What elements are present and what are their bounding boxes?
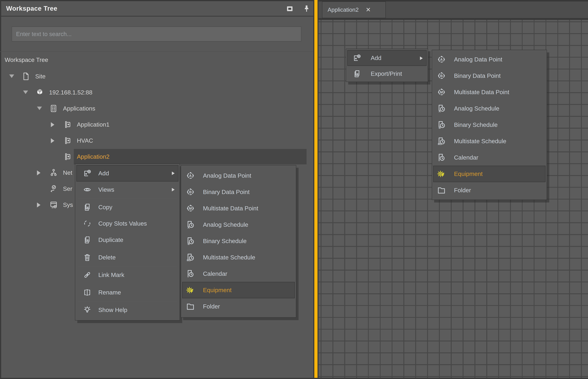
export-print-icon [353,69,361,78]
submenu-arrow-icon [172,172,175,175]
analog-schedule-icon [437,104,446,113]
submenu-item-equipment[interactable]: Equipment [433,166,545,182]
submenu-item-multistate-data-point[interactable]: Multistate Data Point [182,200,295,217]
submenu-item-analog-data-point[interactable]: Analog Data Point [433,51,545,68]
tree-row-site[interactable]: Site [1,68,314,84]
submenu-item-analog-schedule[interactable]: Analog Schedule [433,100,545,117]
menu-separator [78,284,177,284]
site-document-icon [21,72,30,81]
submenu-item-binary-schedule[interactable]: Binary Schedule [182,233,295,249]
menu-item-label: Delete [98,249,116,266]
tree-row-applications[interactable]: Applications [1,100,314,116]
menu-item-label: Duplicate [98,232,123,248]
copy-slots-values-icon [83,219,92,228]
lightbulb-icon [83,306,92,314]
panel-title: Workspace Tree [6,1,57,16]
submenu-item-folder[interactable]: Folder [182,298,295,315]
tab-application2[interactable]: Application2 ✕ [322,1,386,18]
submenu-item-calendar[interactable]: Calendar [182,266,295,282]
tree-item-label: 192.168.1.52:88 [49,84,92,100]
submenu-item-label: Folder [454,182,471,198]
submenu-item-label: Multistate Schedule [454,133,506,149]
expander-expanded-icon[interactable] [37,107,42,110]
duplicate-icon [83,236,92,244]
submenu-item-label: Binary Data Point [454,68,501,84]
submenu-item-label: Analog Schedule [203,217,248,233]
tree-row-hvac[interactable]: HVAC [1,133,314,149]
submenu-item-binary-schedule[interactable]: Binary Schedule [433,117,545,133]
menu-item-copy[interactable]: Copy [76,199,178,215]
rename-icon [83,288,92,297]
binary-data-point-icon [437,71,446,80]
menu-item-add[interactable]: Add [76,165,178,181]
expander-collapsed-icon[interactable] [51,122,54,127]
folder-icon [186,302,195,311]
submenu-item-analog-data-point[interactable]: Analog Data Point [182,167,295,184]
device-cube-icon [35,88,44,97]
menu-item-copy-slots-values[interactable]: Copy Slots Values [76,215,178,232]
expander-collapsed-icon[interactable] [51,138,54,143]
submenu-item-equipment[interactable]: Equipment [182,282,295,298]
tree-row-application2-selected[interactable]: Application2 [1,149,314,165]
menu-item-label: Copy [98,199,112,215]
system-icon [49,200,58,209]
menu-item-duplicate[interactable]: Duplicate [76,232,178,248]
panel-separator [0,51,314,52]
folder-icon [437,186,446,195]
submenu-item-label: Folder [203,298,220,315]
submenu-item-binary-data-point[interactable]: Binary Data Point [182,184,295,200]
menu-item-label: Copy Slots Values [98,215,147,232]
expander-expanded-icon[interactable] [23,91,28,94]
tree-context-menu: Add Views Copy Copy Slots Values Duplica… [75,164,180,320]
search-input[interactable] [12,27,301,41]
tree-add-submenu: Analog Data Point Binary Data Point Mult… [181,165,296,317]
menu-item-label: Views [98,181,114,198]
window-restore-icon[interactable] [286,4,294,13]
menu-separator [78,249,177,249]
menu-item-export-print[interactable]: Export/Print [347,66,427,82]
pin-icon[interactable] [302,4,311,13]
calendar-icon [437,153,446,162]
menu-separator [78,301,177,301]
tree-row-application1[interactable]: Application1 [1,116,314,133]
submenu-item-binary-data-point[interactable]: Binary Data Point [433,68,545,84]
submenu-item-label: Multistate Data Point [203,200,258,217]
multistate-schedule-icon [186,253,195,262]
submenu-item-multistate-data-point[interactable]: Multistate Data Point [433,84,545,100]
submenu-item-multistate-schedule[interactable]: Multistate Schedule [433,133,545,149]
menu-item-label: Rename [98,284,121,300]
analog-data-point-icon [437,55,446,64]
tree-item-label: HVAC [77,133,93,149]
menu-item-rename[interactable]: Rename [76,284,178,300]
submenu-item-label: Analog Data Point [454,51,502,68]
trash-icon [83,253,92,262]
application-icon [63,136,72,145]
submenu-item-analog-schedule[interactable]: Analog Schedule [182,217,295,233]
network-icon [49,168,58,177]
binary-schedule-icon [186,236,195,246]
menu-item-delete[interactable]: Delete [76,249,178,266]
tree-item-label: Applications [63,100,95,116]
submenu-item-calendar[interactable]: Calendar [433,149,545,166]
menu-item-label: Add [371,50,381,66]
submenu-item-folder[interactable]: Folder [433,182,545,198]
tab-close-icon[interactable]: ✕ [366,7,371,13]
submenu-item-multistate-schedule[interactable]: Multistate Schedule [182,249,295,266]
expander-collapsed-icon[interactable] [37,203,40,207]
application-icon [63,152,72,161]
submenu-item-label: Analog Schedule [454,100,499,117]
expander-collapsed-icon[interactable] [37,170,40,175]
menu-item-add[interactable]: Add [347,50,427,66]
tree-row-device[interactable]: 192.168.1.52:88 [1,84,314,100]
menu-item-views[interactable]: Views [76,181,178,198]
submenu-item-label: Equipment [203,282,232,298]
menu-item-label: Export/Print [371,66,402,82]
application-icon [63,120,72,129]
expander-expanded-icon[interactable] [9,75,14,78]
menu-item-link-mark[interactable]: Link Mark [76,267,178,283]
menu-separator [78,198,177,199]
copy-icon [83,203,92,212]
panel-splitter[interactable] [313,0,319,379]
submenu-item-label: Binary Schedule [454,117,498,133]
menu-item-show-help[interactable]: Show Help [76,302,178,318]
